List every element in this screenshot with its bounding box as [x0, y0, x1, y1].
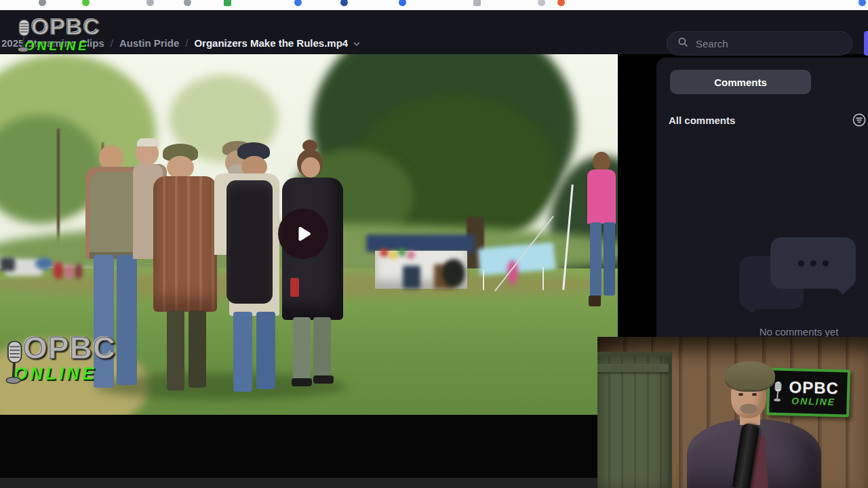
app-header: 2025 Streaming Clips/Austin Pride/Organi… — [0, 9, 868, 54]
leg-jeans — [590, 222, 601, 298]
tent-leg — [483, 270, 484, 290]
leg-jeans — [604, 222, 615, 296]
breadcrumb-filename[interactable]: Organizers Make the Rules.mp4 — [194, 37, 348, 49]
torso-rust-plaid-jacket — [153, 176, 217, 312]
dot — [810, 260, 816, 266]
leg-jeans — [233, 312, 252, 392]
background-banner — [35, 258, 53, 270]
head — [301, 157, 320, 178]
breadcrumb-separator: / — [111, 37, 113, 49]
bookmark-favicon[interactable] — [859, 0, 866, 6]
cap — [137, 138, 159, 146]
bookmark-favicon[interactable] — [39, 0, 46, 6]
chevron-down-icon[interactable] — [352, 38, 361, 53]
leg-jeans — [117, 255, 137, 385]
leg — [313, 317, 331, 380]
video-player[interactable]: OPBC ONLINE — [0, 54, 618, 415]
bookmark-favicon[interactable] — [184, 0, 191, 6]
dot — [798, 260, 804, 266]
bookmark-favicon[interactable] — [557, 0, 565, 6]
head — [167, 156, 194, 179]
bookmark-favicon[interactable] — [399, 0, 406, 6]
play-icon — [293, 224, 313, 244]
studio-sign: OPBC ONLINE — [766, 367, 850, 417]
background-figure — [75, 263, 83, 279]
bookmark-favicon[interactable] — [224, 0, 231, 6]
shoe — [313, 375, 334, 384]
boot — [589, 296, 601, 306]
bookmark-favicon[interactable] — [473, 0, 481, 6]
bookmark-favicon[interactable] — [340, 0, 348, 6]
pink-top — [587, 169, 616, 224]
bookmark-favicon[interactable] — [294, 0, 302, 6]
barn-door — [597, 352, 672, 488]
breadcrumb-project[interactable]: 2025 Streaming Clips — [1, 37, 104, 49]
bookmark-favicon[interactable] — [538, 0, 545, 6]
sign-title: OPBC — [783, 378, 845, 397]
leg — [189, 310, 206, 388]
trash-bin — [403, 266, 420, 289]
black-backpack — [226, 180, 273, 304]
tree-trunk — [57, 129, 60, 244]
host-eye — [738, 393, 743, 396]
tent-leg — [542, 267, 544, 290]
leg-jeans — [256, 312, 275, 389]
filter-icon[interactable] — [852, 113, 867, 130]
leg — [293, 317, 311, 382]
webcam-overlay: OPBC ONLINE — [597, 337, 868, 488]
host-mustache-goatee — [738, 403, 760, 415]
sign-subtitle: ONLINE — [783, 396, 844, 407]
breadcrumb-separator: / — [185, 37, 188, 49]
host-flat-cap — [725, 361, 775, 390]
shoe — [292, 378, 312, 386]
red-can — [290, 278, 299, 297]
balloons — [389, 251, 397, 259]
browser-bookmarks-strip — [0, 0, 868, 10]
leg — [167, 310, 184, 390]
comments-filter-label[interactable]: All comments — [669, 115, 735, 126]
breadcrumb-folder[interactable]: Austin Pride — [119, 37, 179, 49]
bookmark-favicon[interactable] — [82, 0, 90, 6]
microphone-icon — [772, 380, 784, 403]
play-button[interactable] — [278, 209, 328, 259]
search-icon — [677, 36, 689, 51]
host-eye — [752, 393, 757, 396]
tab-comments[interactable]: Comments — [670, 70, 811, 94]
leg-jeans — [94, 255, 114, 388]
balloons — [407, 251, 415, 259]
parked-car — [0, 258, 15, 271]
background-figure — [442, 259, 465, 287]
background-figure — [65, 264, 73, 279]
barn-door-rail — [597, 364, 669, 372]
search-input[interactable] — [694, 37, 833, 50]
balloons — [398, 248, 406, 256]
primary-action-button-partial[interactable] — [864, 31, 868, 56]
background-figure — [53, 262, 64, 279]
search-bar[interactable] — [667, 31, 852, 56]
empty-state-text: No comments yet — [724, 326, 868, 338]
breadcrumb: 2025 Streaming Clips/Austin Pride/Organi… — [1, 36, 361, 51]
balloons — [380, 248, 389, 257]
bookmark-favicon[interactable] — [146, 0, 154, 6]
dot — [823, 260, 829, 266]
